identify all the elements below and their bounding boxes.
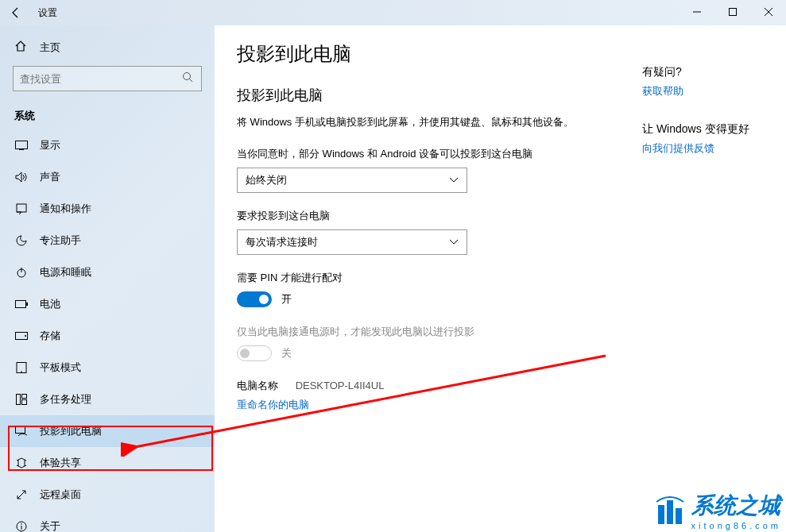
svg-point-23 [21, 523, 22, 525]
svg-rect-27 [667, 500, 673, 524]
rename-link[interactable]: 重命名你的电脑 [237, 398, 618, 412]
toggle-pin[interactable] [237, 291, 272, 307]
sidebar-item-battery[interactable]: 电池 [0, 288, 215, 320]
svg-rect-6 [16, 141, 28, 149]
tablet-icon [14, 362, 29, 373]
svg-point-4 [184, 73, 191, 80]
back-button[interactable] [0, 0, 32, 25]
sidebar: 主页 系统 显示 声音 通知和操作 专注助手 电源和睡眠 电池 [0, 25, 215, 532]
watermark: 系统之城 xitong86.com [653, 491, 781, 530]
toggle-pin-state: 开 [281, 292, 292, 306]
field-label-pin: 需要 PIN 才能进行配对 [237, 271, 618, 285]
sidebar-item-label: 多任务处理 [40, 392, 91, 407]
remote-icon [14, 489, 29, 500]
sound-icon [14, 172, 29, 183]
toggle-power-state: 关 [281, 346, 292, 360]
multitask-icon [14, 394, 29, 405]
notifications-icon [14, 203, 29, 214]
sidebar-item-label: 远程桌面 [40, 488, 81, 502]
watermark-brand: 系统之城 [691, 493, 780, 518]
home-icon [14, 40, 29, 55]
sidebar-item-label: 声音 [40, 170, 60, 184]
svg-rect-17 [17, 395, 21, 405]
sidebar-item-projecting[interactable]: 投影到此电脑 [0, 415, 215, 447]
select-availability[interactable]: 始终关闭 [237, 168, 467, 193]
sidebar-item-label: 专注助手 [40, 233, 81, 248]
page-title: 投影到此电脑 [237, 41, 618, 67]
svg-rect-28 [676, 508, 682, 524]
toggle-power [237, 345, 272, 361]
sidebar-item-storage[interactable]: 存储 [0, 320, 215, 352]
svg-line-5 [190, 79, 193, 83]
storage-icon [14, 332, 29, 340]
section-description: 将 Windows 手机或电脑投影到此屏幕，并使用其键盘、鼠标和其他设备。 [237, 114, 579, 131]
close-button[interactable] [750, 0, 786, 24]
battery-icon [14, 300, 29, 308]
select-ask[interactable]: 每次请求连接时 [237, 229, 467, 255]
svg-rect-19 [22, 400, 27, 405]
focus-icon [14, 235, 29, 246]
display-icon [14, 141, 29, 150]
feedback-title: 让 Windows 变得更好 [642, 122, 749, 137]
power-icon [14, 267, 29, 278]
sidebar-item-about[interactable]: 关于 [0, 511, 215, 532]
sidebar-item-label: 显示 [40, 138, 60, 152]
shared-icon [14, 457, 29, 468]
pc-name-row: 电脑名称 DESKTOP-L4II4UL [237, 379, 618, 393]
search-input-box[interactable] [13, 66, 202, 91]
feedback-link[interactable]: 向我们提供反馈 [642, 141, 749, 156]
field-label-ask: 要求投影到这台电脑 [237, 209, 618, 223]
minimize-button[interactable] [679, 0, 714, 24]
sidebar-item-label: 投影到此电脑 [40, 424, 102, 438]
select-value: 始终关闭 [246, 173, 287, 187]
sidebar-item-tablet[interactable]: 平板模式 [0, 352, 215, 384]
about-icon [14, 521, 29, 532]
svg-rect-12 [26, 303, 28, 306]
svg-point-14 [25, 335, 26, 337]
section-title: 投影到此电脑 [237, 86, 618, 105]
search-icon [182, 71, 195, 86]
select-value: 每次请求连接时 [246, 235, 318, 249]
sidebar-home[interactable]: 主页 [0, 33, 215, 61]
sidebar-item-label: 电源和睡眠 [40, 265, 91, 279]
search-input[interactable] [20, 73, 182, 85]
sidebar-home-label: 主页 [40, 40, 60, 55]
pc-name-label: 电脑名称 [237, 379, 292, 393]
projecting-icon [14, 426, 29, 437]
watermark-logo-icon [653, 494, 687, 527]
sidebar-item-label: 关于 [40, 519, 60, 532]
sidebar-group-label: 系统 [0, 99, 215, 129]
sidebar-item-multitask[interactable]: 多任务处理 [0, 384, 215, 415]
sidebar-item-display[interactable]: 显示 [0, 129, 215, 161]
sidebar-item-remote[interactable]: 远程桌面 [0, 479, 215, 511]
sidebar-item-sound[interactable]: 声音 [0, 161, 215, 193]
field-label-availability: 当你同意时，部分 Windows 和 Android 设备可以投影到这台电脑 [237, 147, 618, 161]
chevron-down-icon [449, 174, 459, 186]
sidebar-item-shared[interactable]: 体验共享 [0, 447, 215, 479]
field-label-power: 仅当此电脑接通电源时，才能发现此电脑以进行投影 [237, 325, 618, 339]
sidebar-item-label: 存储 [40, 329, 60, 343]
watermark-url: xitong86.com [691, 521, 781, 530]
svg-rect-18 [22, 395, 27, 399]
chevron-down-icon [449, 236, 459, 248]
sidebar-item-label: 电池 [40, 297, 60, 311]
main-content: 投影到此电脑 投影到此电脑 将 Windows 手机或电脑投影到此屏幕，并使用其… [215, 25, 786, 532]
svg-rect-20 [16, 426, 25, 434]
pc-name-value: DESKTOP-L4II4UL [296, 380, 385, 391]
sidebar-item-label: 通知和操作 [40, 202, 91, 216]
sidebar-item-focus[interactable]: 专注助手 [0, 225, 215, 256]
sidebar-item-notifications[interactable]: 通知和操作 [0, 193, 215, 225]
sidebar-item-power[interactable]: 电源和睡眠 [0, 256, 215, 288]
svg-rect-8 [17, 204, 26, 212]
svg-rect-11 [16, 301, 26, 308]
svg-rect-1 [729, 9, 736, 16]
help-title: 有疑问? [642, 65, 749, 79]
sidebar-item-label: 平板模式 [40, 360, 81, 375]
sidebar-item-label: 体验共享 [40, 456, 81, 470]
maximize-button[interactable] [714, 0, 750, 24]
help-link[interactable]: 获取帮助 [642, 84, 749, 98]
svg-rect-26 [658, 505, 664, 524]
window-title: 设置 [38, 6, 57, 20]
